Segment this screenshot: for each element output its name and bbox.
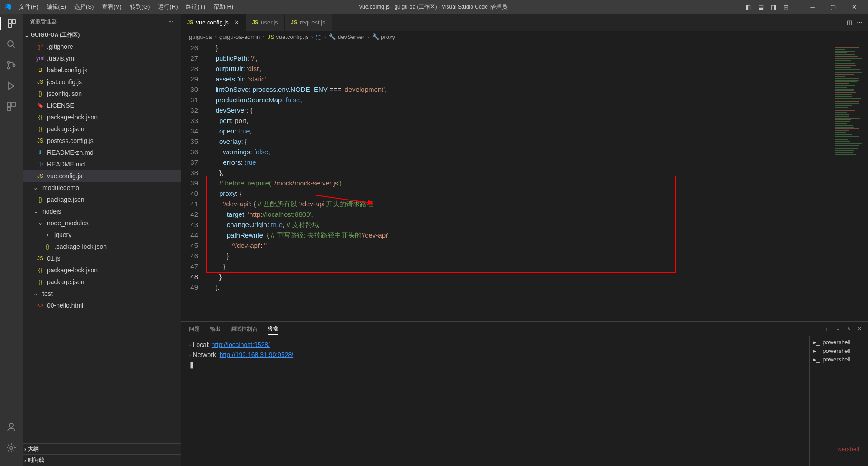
editor-tab[interactable]: JSrequest.js — [285, 14, 332, 31]
code-line[interactable]: } — [208, 271, 832, 282]
file-item[interactable]: {}package-lock.json — [23, 111, 181, 123]
folder-item[interactable]: ›jquery — [23, 229, 181, 241]
account-icon[interactable] — [5, 421, 18, 433]
menu-help[interactable]: 帮助(H) — [210, 1, 237, 13]
terminal-instance[interactable]: ▸_powershell — [810, 338, 868, 347]
code-line[interactable]: open: true, — [208, 126, 832, 136]
close-panel-icon[interactable]: ✕ — [857, 325, 862, 333]
file-item[interactable]: ⓘREADME.md — [23, 158, 181, 170]
file-item[interactable]: {}package-lock.json — [23, 264, 181, 276]
folder-item[interactable]: ⌄moduledemo — [23, 182, 181, 194]
file-item[interactable]: 🔖LICENSE — [23, 100, 181, 111]
settings-gear-icon[interactable] — [5, 442, 18, 454]
code-line[interactable]: } — [208, 251, 832, 261]
workspace-header[interactable]: ⌄ GUIGU-OA (工作区) — [23, 29, 181, 41]
layout-right-icon[interactable]: ◨ — [768, 2, 779, 12]
extensions-icon[interactable] — [5, 100, 18, 113]
breadcrumb-item[interactable]: ⬚ — [316, 33, 321, 40]
file-item[interactable]: {}package.json — [23, 123, 181, 135]
code-line[interactable]: assetsDir: 'static', — [208, 74, 832, 84]
code-content[interactable]: } publicPath: '/', outputDir: 'dist', as… — [208, 43, 832, 321]
file-item[interactable]: JSpostcss.config.js — [23, 135, 181, 147]
terminal-output[interactable]: - Local: http://localhost:9528/ - Networ… — [181, 336, 809, 466]
minimize-button[interactable]: ─ — [802, 0, 823, 14]
file-item[interactable]: JS01.js — [23, 252, 181, 264]
menu-edit[interactable]: 编辑(E) — [43, 1, 70, 13]
layout-left-icon[interactable]: ◧ — [743, 2, 754, 12]
source-control-icon[interactable] — [5, 59, 18, 71]
split-editor-icon[interactable]: ◫ — [847, 19, 852, 26]
editor-tab[interactable]: JSuser.js — [246, 14, 285, 31]
close-button[interactable]: ✕ — [844, 0, 864, 14]
file-item[interactable]: ⬇README-zh.md — [23, 147, 181, 158]
breadcrumb-item[interactable]: guigu-oa-admin — [219, 33, 260, 40]
outline-header[interactable]: › 大纲 — [23, 443, 181, 455]
code-line[interactable]: proxy: { — [208, 188, 832, 199]
panel-tab-output[interactable]: 输出 — [210, 323, 221, 335]
explorer-icon[interactable] — [0, 17, 23, 30]
close-tab-icon[interactable]: ✕ — [234, 19, 239, 26]
file-item[interactable]: git.gitignore — [23, 41, 181, 52]
menu-select[interactable]: 选择(S) — [71, 1, 97, 13]
code-line[interactable]: '^/dev-api': '' — [208, 240, 832, 251]
code-line[interactable]: errors: true — [208, 157, 832, 167]
menu-terminal[interactable]: 终端(T) — [182, 1, 209, 13]
file-item[interactable]: <>00-hello.html — [23, 300, 181, 311]
code-line[interactable]: '/dev-api': { // 匹配所有以 '/dev-api'开头的请求路径 — [208, 199, 832, 209]
breadcrumb-item[interactable]: 🔧 devServer — [329, 33, 364, 40]
panel-tab-debug[interactable]: 调试控制台 — [231, 323, 258, 335]
folder-item[interactable]: ⌄node_modules — [23, 217, 181, 229]
code-line[interactable]: productionSourceMap: false, — [208, 95, 832, 105]
maximize-panel-icon[interactable]: ∧ — [847, 325, 851, 333]
layout-grid-icon[interactable]: ⊞ — [781, 2, 791, 12]
code-line[interactable]: pathRewrite: { // 重写路径: 去掉路径中开头的'/dev-ap… — [208, 230, 832, 240]
file-item[interactable]: {}.package-lock.json — [23, 241, 181, 252]
menu-view[interactable]: 查看(V) — [98, 1, 125, 13]
new-terminal-icon[interactable]: ＋ — [824, 325, 830, 333]
maximize-button[interactable]: ▢ — [823, 0, 844, 14]
menu-run[interactable]: 运行(R) — [154, 1, 181, 13]
terminal-link[interactable]: http://localhost:9528/ — [212, 341, 270, 348]
file-item[interactable]: yml.travis.yml — [23, 52, 181, 64]
run-debug-icon[interactable] — [5, 80, 18, 92]
code-line[interactable]: warnings: false, — [208, 147, 832, 157]
terminal-instance[interactable]: ▸_powershell — [810, 347, 868, 355]
file-item[interactable]: {}package.json — [23, 194, 181, 205]
file-item[interactable]: {}jsconfig.json — [23, 88, 181, 100]
code-line[interactable]: } — [208, 261, 832, 271]
code-line[interactable]: changeOrigin: true, // 支持跨域 — [208, 219, 832, 230]
sidebar-more-icon[interactable]: ⋯ — [168, 19, 174, 25]
code-line[interactable]: }, — [208, 282, 832, 292]
breadcrumb[interactable]: guigu-oa›guigu-oa-admin›JS vue.config.js… — [181, 31, 868, 43]
folder-item[interactable]: ⌄nodejs — [23, 205, 181, 217]
code-line[interactable]: port: port, — [208, 115, 832, 126]
code-line[interactable]: } — [208, 43, 832, 53]
code-editor[interactable]: 2627282930313233343536373839404142434445… — [181, 43, 868, 321]
code-line[interactable]: target: 'http://localhost:8800', — [208, 209, 832, 219]
terminal-instance[interactable]: ▸_powershell — [810, 355, 868, 364]
breadcrumb-item[interactable]: JS vue.config.js — [268, 33, 309, 40]
file-item[interactable]: {}package.json — [23, 276, 181, 288]
timeline-header[interactable]: › 时间线 — [23, 455, 181, 466]
folder-item[interactable]: ⌄test — [23, 288, 181, 300]
menu-file[interactable]: 文件(F) — [15, 1, 42, 13]
layout-bottom-icon[interactable]: ⬓ — [755, 2, 766, 12]
breadcrumb-item[interactable]: guigu-oa — [189, 33, 212, 40]
split-terminal-icon[interactable]: ⌄ — [836, 325, 840, 333]
code-line[interactable]: // before: require('./mock/mock-server.j… — [208, 178, 832, 188]
code-line[interactable]: outputDir: 'dist', — [208, 63, 832, 74]
code-line[interactable]: }, — [208, 167, 832, 178]
terminal-link[interactable]: http://192.168.31.90:9528/ — [220, 351, 293, 358]
search-icon[interactable] — [5, 38, 18, 51]
code-line[interactable]: devServer: { — [208, 105, 832, 115]
file-item[interactable]: Bbabel.config.js — [23, 64, 181, 76]
editor-tab[interactable]: JSvue.config.js✕ — [181, 14, 246, 31]
panel-tab-terminal[interactable]: 终端 — [268, 323, 278, 335]
file-item[interactable]: JSjest.config.js — [23, 76, 181, 88]
more-actions-icon[interactable]: ⋯ — [857, 19, 863, 26]
code-line[interactable]: lintOnSave: process.env.NODE_ENV === 'de… — [208, 84, 832, 95]
minimap[interactable] — [832, 43, 868, 321]
menu-goto[interactable]: 转到(G) — [126, 1, 154, 13]
panel-tab-problems[interactable]: 问题 — [189, 323, 200, 335]
code-line[interactable]: publicPath: '/', — [208, 53, 832, 63]
